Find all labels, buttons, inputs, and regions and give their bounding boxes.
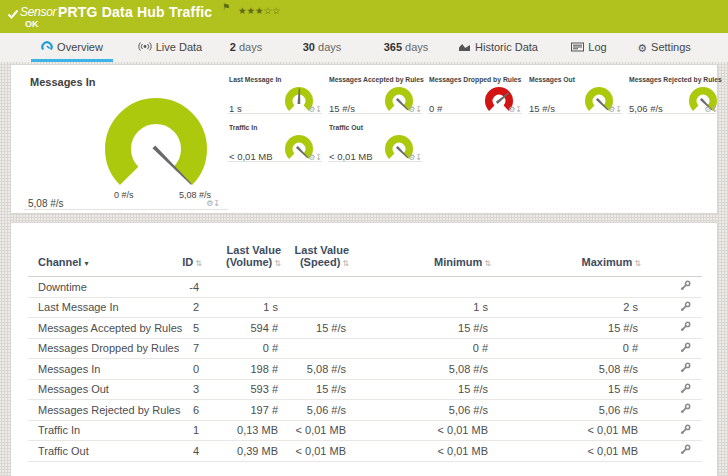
- last-value-speed: 15 #/s: [283, 318, 351, 339]
- priority-stars[interactable]: ★★★☆☆: [238, 5, 281, 16]
- channel-settings-icon[interactable]: [680, 280, 691, 291]
- gauge-value: 15 #/s: [529, 103, 555, 114]
- last-value-volume: 0 #: [204, 338, 283, 359]
- gauge-download-icon: ↧: [213, 199, 220, 208]
- channel-settings-icon[interactable]: [680, 403, 691, 414]
- column-header-maximum[interactable]: Maximum⇅: [493, 244, 643, 277]
- channel-row[interactable]: Traffic Out40,39 MB< 0,01 MB< 0,01 MB< 0…: [28, 441, 702, 462]
- maximum: 2 s: [493, 297, 643, 318]
- gauge-title: Messages In: [30, 76, 95, 88]
- channel-row[interactable]: Traffic In10,13 MB< 0,01 MB< 0,01 MB< 0,…: [28, 420, 702, 441]
- channel-settings-icon[interactable]: [680, 444, 691, 455]
- last-value-volume: [204, 277, 283, 298]
- channel-row[interactable]: Messages Out3593 #15 #/s15 #/s15 #/s: [28, 379, 702, 400]
- tab-days[interactable]: 365 days: [371, 33, 441, 62]
- tab-historic-data[interactable]: Historic Data: [442, 33, 554, 62]
- tab-settings[interactable]: ⚙Settings: [624, 33, 704, 62]
- channel-name: Messages Accepted by Rules: [28, 318, 178, 339]
- channel-row[interactable]: Messages Dropped by Rules70 #0 #0 #: [28, 338, 702, 359]
- tab-overview[interactable]: Overview: [31, 33, 113, 62]
- gauge-scale-min: 0 #/s: [114, 190, 134, 200]
- active-tab-underline: [31, 59, 113, 62]
- column-header-last-value[interactable]: Last Value(Speed)⇅: [283, 244, 351, 277]
- channel-settings-icon[interactable]: [680, 321, 691, 332]
- gauge-title: Messages Accepted by Rules: [329, 75, 424, 84]
- tab-live-data[interactable]: Live Data: [124, 33, 216, 62]
- tab-label: Overview: [57, 41, 103, 53]
- channel-row[interactable]: Messages In0198 #5,08 #/s5,08 #/s5,08 #/…: [28, 359, 702, 380]
- gauge-download-icon: ↧: [415, 153, 422, 162]
- gauge-cell-messages-dropped-by-rules: Messages Dropped by Rules0 #⚙↧: [428, 73, 522, 114]
- gauge-download-icon: ↧: [415, 105, 422, 114]
- last-value-volume: 198 #: [204, 359, 283, 380]
- channel-settings-icon[interactable]: [680, 424, 691, 435]
- last-value-volume: 593 #: [204, 379, 283, 400]
- channel-row[interactable]: Downtime-4: [28, 277, 702, 298]
- gauge-cell-traffic-in: Traffic In< 0,01 MB⚙↧: [228, 121, 322, 162]
- tab-label: Settings: [651, 41, 691, 53]
- last-value-volume: 197 #: [204, 400, 283, 421]
- sensor-status-label: OK: [25, 19, 39, 29]
- gauge-download-icon: ↧: [711, 105, 718, 114]
- maximum: 15 #/s: [493, 318, 643, 339]
- channel-settings-icon[interactable]: [680, 383, 691, 394]
- last-value-volume: 1 s: [204, 297, 283, 318]
- last-value-speed: [283, 277, 351, 298]
- last-value-volume: 0,39 MB: [204, 441, 283, 462]
- overview-panel: Messages In0 #/s5,08 #/s5,08 #/s⚙↧Last M…: [10, 64, 718, 214]
- last-value-speed: < 0,01 MB: [283, 441, 351, 462]
- maximum: < 0,01 MB: [493, 420, 643, 441]
- channel-id: -4: [178, 277, 204, 298]
- gauge-value: < 0,01 MB: [329, 151, 373, 162]
- gauge-download-icon: ↧: [315, 105, 322, 114]
- gauge-title: Last Message In: [229, 75, 281, 84]
- channel-id: 6: [178, 400, 204, 421]
- minimum: < 0,01 MB: [351, 420, 493, 441]
- maximum: 15 #/s: [493, 379, 643, 400]
- maximum: 0 #: [493, 338, 643, 359]
- channel-id: 4: [178, 441, 204, 462]
- gear-icon: ⚙: [637, 42, 647, 54]
- channel-name: Last Message In: [28, 297, 178, 318]
- channel-id: 2: [178, 297, 204, 318]
- channel-row[interactable]: Last Message In21 s1 s2 s: [28, 297, 702, 318]
- gauge-cell-messages-rejected-by-rules: Messages Rejected by Rules5,06 #/s⚙↧: [628, 73, 718, 114]
- gauge-icon: [41, 40, 53, 52]
- tab-label: Log: [588, 41, 606, 53]
- gauge-cell-last-message-in: Last Message In1 s⚙↧: [228, 73, 322, 114]
- maximum: 5,06 #/s: [493, 400, 643, 421]
- channel-id: 0: [178, 359, 204, 380]
- gauge-value: 15 #/s: [329, 103, 355, 114]
- tab-log[interactable]: Log: [556, 33, 622, 62]
- column-header-minimum[interactable]: Minimum⇅: [351, 244, 493, 277]
- object-kind-label: Sensor: [20, 5, 56, 19]
- column-header-channel[interactable]: Channel▾: [28, 244, 178, 277]
- gauge-value: 1 s: [229, 103, 242, 114]
- tab-label: Historic Data: [475, 41, 538, 53]
- minimum: [351, 277, 493, 298]
- channel-id: 1: [178, 420, 204, 441]
- channel-settings-icon[interactable]: [680, 362, 691, 373]
- channel-settings-icon[interactable]: [680, 301, 691, 312]
- channel-name: Traffic Out: [28, 441, 178, 462]
- flag-icon[interactable]: ⚑: [222, 2, 230, 12]
- tab-days[interactable]: 30 days: [290, 33, 354, 62]
- maximum: 5,08 #/s: [493, 359, 643, 380]
- sensor-header-bar: Sensor PRTG Data Hub Traffic ⚑ ★★★☆☆ OK: [0, 0, 728, 33]
- minimum: 0 #: [351, 338, 493, 359]
- sensor-title[interactable]: PRTG Data Hub Traffic: [58, 4, 212, 20]
- minimum: 5,08 #/s: [351, 359, 493, 380]
- last-value-volume: 594 #: [204, 318, 283, 339]
- channel-id: 7: [178, 338, 204, 359]
- gauge-cell-messages-in: Messages In0 #/s5,08 #/s5,08 #/s⚙↧: [24, 73, 228, 210]
- channel-row[interactable]: Messages Accepted by Rules5594 #15 #/s15…: [28, 318, 702, 339]
- maximum: < 0,01 MB: [493, 441, 643, 462]
- channel-settings-icon[interactable]: [680, 342, 691, 353]
- tab-days[interactable]: 2 days: [216, 33, 276, 62]
- channel-name: Messages In: [28, 359, 178, 380]
- gauge-title: Messages Dropped by Rules: [429, 75, 521, 84]
- column-header-last-value[interactable]: Last Value(Volume)⇅: [204, 244, 283, 277]
- column-header-id[interactable]: ID⇅: [178, 244, 204, 277]
- gauge-value: < 0,01 MB: [229, 151, 273, 162]
- channel-row[interactable]: Messages Rejected by Rules6197 #5,06 #/s…: [28, 400, 702, 421]
